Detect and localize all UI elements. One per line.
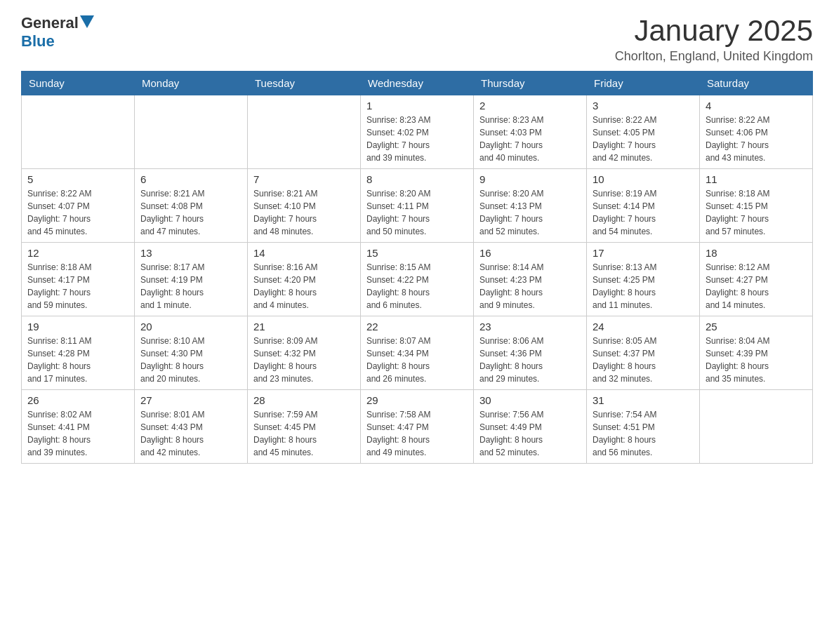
day-number: 8 [366,173,468,185]
calendar-cell [22,95,135,169]
day-info: Sunrise: 8:15 AMSunset: 4:22 PMDaylight:… [366,261,468,311]
calendar-week-4: 19Sunrise: 8:11 AMSunset: 4:28 PMDayligh… [22,316,813,390]
day-number: 27 [140,394,241,406]
day-number: 5 [27,173,128,185]
calendar-cell: 4Sunrise: 8:22 AMSunset: 4:06 PMDaylight… [700,95,813,169]
day-number: 22 [366,321,468,333]
day-number: 24 [593,321,694,333]
calendar-cell: 10Sunrise: 8:19 AMSunset: 4:14 PMDayligh… [587,169,700,243]
calendar-cell: 5Sunrise: 8:22 AMSunset: 4:07 PMDaylight… [22,169,135,243]
header: General Blue January 2025 Chorlton, Engl… [21,14,813,64]
calendar-cell: 28Sunrise: 7:59 AMSunset: 4:45 PMDayligh… [248,390,361,464]
day-info: Sunrise: 8:22 AMSunset: 4:05 PMDaylight:… [593,114,694,164]
day-number: 15 [366,247,468,259]
logo: General Blue [21,14,94,51]
calendar-cell: 11Sunrise: 8:18 AMSunset: 4:15 PMDayligh… [700,169,813,243]
day-number: 10 [593,173,694,185]
day-number: 23 [479,321,581,333]
calendar-cell [248,95,361,169]
calendar-cell: 27Sunrise: 8:01 AMSunset: 4:43 PMDayligh… [135,390,248,464]
day-info: Sunrise: 8:16 AMSunset: 4:20 PMDaylight:… [253,261,355,311]
day-info: Sunrise: 7:56 AMSunset: 4:49 PMDaylight:… [479,408,581,459]
day-info: Sunrise: 7:54 AMSunset: 4:51 PMDaylight:… [593,408,694,459]
day-number: 18 [706,247,807,259]
calendar-cell: 26Sunrise: 8:02 AMSunset: 4:41 PMDayligh… [22,390,135,464]
calendar-cell: 13Sunrise: 8:17 AMSunset: 4:19 PMDayligh… [135,243,248,316]
calendar-header-wednesday: Wednesday [361,72,474,95]
day-info: Sunrise: 8:23 AMSunset: 4:03 PMDaylight:… [479,114,581,164]
calendar-cell: 2Sunrise: 8:23 AMSunset: 4:03 PMDaylight… [474,95,587,169]
calendar-cell: 22Sunrise: 8:07 AMSunset: 4:34 PMDayligh… [361,316,474,390]
day-info: Sunrise: 8:02 AMSunset: 4:41 PMDaylight:… [27,408,128,459]
calendar-cell: 30Sunrise: 7:56 AMSunset: 4:49 PMDayligh… [474,390,587,464]
calendar-cell: 19Sunrise: 8:11 AMSunset: 4:28 PMDayligh… [22,316,135,390]
day-info: Sunrise: 8:20 AMSunset: 4:13 PMDaylight:… [479,187,581,238]
calendar-cell: 12Sunrise: 8:18 AMSunset: 4:17 PMDayligh… [22,243,135,316]
calendar-header-friday: Friday [587,72,700,95]
day-info: Sunrise: 8:13 AMSunset: 4:25 PMDaylight:… [593,261,694,311]
day-number: 13 [140,247,241,259]
calendar-cell: 15Sunrise: 8:15 AMSunset: 4:22 PMDayligh… [361,243,474,316]
day-info: Sunrise: 8:06 AMSunset: 4:36 PMDaylight:… [479,335,581,385]
day-info: Sunrise: 8:21 AMSunset: 4:08 PMDaylight:… [140,187,241,238]
day-number: 31 [593,394,694,406]
calendar-cell: 31Sunrise: 7:54 AMSunset: 4:51 PMDayligh… [587,390,700,464]
day-info: Sunrise: 8:07 AMSunset: 4:34 PMDaylight:… [366,335,468,385]
calendar-cell: 14Sunrise: 8:16 AMSunset: 4:20 PMDayligh… [248,243,361,316]
day-number: 29 [366,394,468,406]
calendar-cell: 9Sunrise: 8:20 AMSunset: 4:13 PMDaylight… [474,169,587,243]
calendar-table: SundayMondayTuesdayWednesdayThursdayFrid… [21,71,813,464]
day-number: 11 [706,173,807,185]
day-info: Sunrise: 8:21 AMSunset: 4:10 PMDaylight:… [253,187,355,238]
day-number: 2 [479,100,581,112]
day-info: Sunrise: 8:11 AMSunset: 4:28 PMDaylight:… [27,335,128,385]
calendar-cell: 8Sunrise: 8:20 AMSunset: 4:11 PMDaylight… [361,169,474,243]
subtitle: Chorlton, England, United Kingdom [615,49,813,64]
logo-triangle-icon [80,15,94,28]
day-info: Sunrise: 8:05 AMSunset: 4:37 PMDaylight:… [593,335,694,385]
calendar-cell: 18Sunrise: 8:12 AMSunset: 4:27 PMDayligh… [700,243,813,316]
page-title: January 2025 [615,14,813,48]
day-info: Sunrise: 8:01 AMSunset: 4:43 PMDaylight:… [140,408,241,459]
calendar-cell: 24Sunrise: 8:05 AMSunset: 4:37 PMDayligh… [587,316,700,390]
day-number: 26 [27,394,128,406]
day-number: 21 [253,321,355,333]
day-number: 16 [479,247,581,259]
calendar-cell: 17Sunrise: 8:13 AMSunset: 4:25 PMDayligh… [587,243,700,316]
calendar-cell: 20Sunrise: 8:10 AMSunset: 4:30 PMDayligh… [135,316,248,390]
calendar-week-2: 5Sunrise: 8:22 AMSunset: 4:07 PMDaylight… [22,169,813,243]
day-number: 20 [140,321,241,333]
calendar-cell [700,390,813,464]
calendar-cell: 6Sunrise: 8:21 AMSunset: 4:08 PMDaylight… [135,169,248,243]
calendar-cell: 25Sunrise: 8:04 AMSunset: 4:39 PMDayligh… [700,316,813,390]
calendar-cell: 21Sunrise: 8:09 AMSunset: 4:32 PMDayligh… [248,316,361,390]
day-number: 30 [479,394,581,406]
day-info: Sunrise: 8:12 AMSunset: 4:27 PMDaylight:… [706,261,807,311]
calendar-cell: 16Sunrise: 8:14 AMSunset: 4:23 PMDayligh… [474,243,587,316]
calendar-cell [135,95,248,169]
day-number: 1 [366,100,468,112]
day-info: Sunrise: 8:18 AMSunset: 4:17 PMDaylight:… [27,261,128,311]
day-number: 6 [140,173,241,185]
calendar-body: 1Sunrise: 8:23 AMSunset: 4:02 PMDaylight… [22,95,813,464]
day-info: Sunrise: 7:59 AMSunset: 4:45 PMDaylight:… [253,408,355,459]
day-info: Sunrise: 8:17 AMSunset: 4:19 PMDaylight:… [140,261,241,311]
day-number: 28 [253,394,355,406]
day-number: 7 [253,173,355,185]
calendar-header-row: SundayMondayTuesdayWednesdayThursdayFrid… [22,72,813,95]
day-info: Sunrise: 8:18 AMSunset: 4:15 PMDaylight:… [706,187,807,238]
calendar-header-tuesday: Tuesday [248,72,361,95]
calendar-week-3: 12Sunrise: 8:18 AMSunset: 4:17 PMDayligh… [22,243,813,316]
day-info: Sunrise: 8:04 AMSunset: 4:39 PMDaylight:… [706,335,807,385]
logo-general-text: General [21,14,79,32]
logo-blue-text: Blue [21,32,55,51]
day-info: Sunrise: 8:23 AMSunset: 4:02 PMDaylight:… [366,114,468,164]
day-info: Sunrise: 8:19 AMSunset: 4:14 PMDaylight:… [593,187,694,238]
day-info: Sunrise: 7:58 AMSunset: 4:47 PMDaylight:… [366,408,468,459]
day-number: 19 [27,321,128,333]
day-number: 25 [706,321,807,333]
calendar-cell: 1Sunrise: 8:23 AMSunset: 4:02 PMDaylight… [361,95,474,169]
day-number: 17 [593,247,694,259]
day-info: Sunrise: 8:10 AMSunset: 4:30 PMDaylight:… [140,335,241,385]
day-number: 9 [479,173,581,185]
